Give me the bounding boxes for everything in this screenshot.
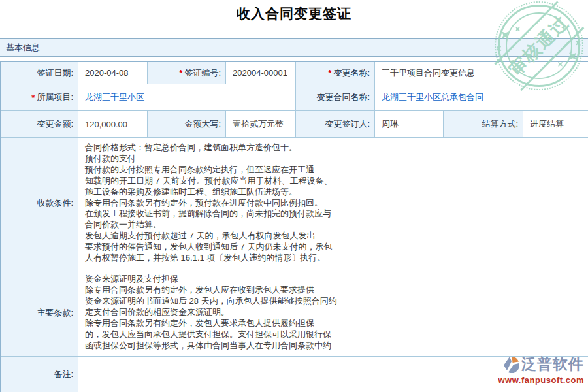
label-signer: 变更签订人: — [296, 111, 375, 138]
label-payment-terms: 收款条件: — [1, 138, 78, 269]
fanpu-logo-icon — [502, 355, 519, 373]
label-sign-no: * 签证编号: — [148, 62, 226, 84]
value-project: 龙湖三千里小区 — [78, 84, 296, 111]
basic-info-table: 签证日期: 2020-04-08 * 签证编号: 202004-00001 * … — [0, 61, 588, 392]
label-change-name: * 变更名称: — [296, 62, 375, 84]
required-asterisk: * — [179, 68, 182, 78]
required-asterisk: * — [328, 68, 331, 78]
required-asterisk: * — [31, 93, 35, 103]
value-main-terms: 资金来源证明及支付担保 除专用合同条款另有约定外，发包人应在收到承包人要求提供 … — [78, 269, 588, 357]
value-payment-terms: 合同价格形式：暂定总价合同，建筑面积单方造价包干。 预付款的支付 预付款的支付按… — [78, 138, 588, 269]
contract-change-visa-page: 收入合同变更签证 基本信息 签证日期: 2020-04-08 * 签证编号: 2… — [0, 0, 588, 392]
label-change-contract: 变更合同名称: — [296, 84, 375, 111]
value-signer: 周琳 — [375, 111, 444, 138]
label-main-terms: 主要条款: — [1, 269, 78, 357]
value-change-contract: 龙湖三千里小区总承包合同 — [375, 84, 588, 111]
fanpu-watermark: 泛普软件 www.fanpusoft.com — [498, 354, 584, 385]
label-project: * 所属项目: — [1, 84, 78, 111]
label-settle-method: 结算方式: — [444, 111, 523, 138]
section-header-label: 基本信息 — [0, 39, 40, 56]
fanpu-site-url: www.fanpusoft.com — [498, 375, 584, 385]
project-link[interactable]: 龙湖三千里小区 — [85, 91, 144, 103]
section-header-basic-info: 基本信息 — [0, 38, 588, 57]
label-remark: 备注: — [1, 357, 78, 392]
label-amount-caps: 金额大写: — [148, 111, 226, 138]
label-sign-date: 签证日期: — [1, 62, 78, 84]
change-contract-link[interactable]: 龙湖三千里小区总承包合同 — [382, 91, 483, 103]
fanpu-brand-text: 泛普软件 — [521, 354, 584, 374]
value-change-amount: 120,000.00 — [78, 111, 148, 138]
value-sign-date: 2020-04-08 — [78, 62, 148, 84]
label-change-amount: 变更金额: — [1, 111, 78, 138]
value-change-name: 三千里项目合同变更信息 — [375, 62, 588, 84]
value-settle-method: 进度结算 — [523, 111, 588, 138]
page-title: 收入合同变更签证 — [0, 5, 588, 23]
value-sign-no: 202004-00001 — [226, 62, 296, 84]
star-icon — [513, 24, 522, 33]
value-amount-caps: 壹拾贰万元整 — [226, 111, 296, 138]
